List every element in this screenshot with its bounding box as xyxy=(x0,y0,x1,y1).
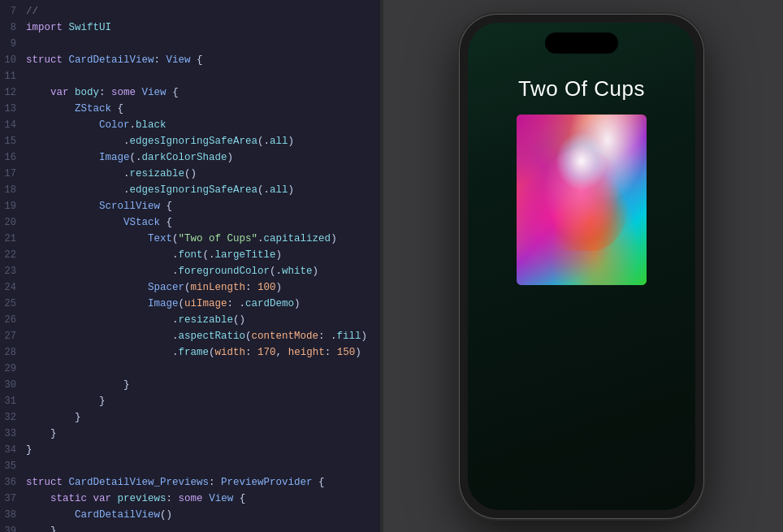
code-token: () xyxy=(184,168,197,179)
code-token: ( xyxy=(172,233,179,244)
line-content: .resizable() xyxy=(26,166,380,182)
code-token: import xyxy=(26,22,63,33)
code-line: 34} xyxy=(0,442,380,458)
line-content: .edgesIgnoringSafeArea(.all) xyxy=(26,182,380,198)
code-token: (. xyxy=(130,152,142,163)
code-token: capitalized xyxy=(264,233,331,244)
code-line: 39 } xyxy=(0,523,380,532)
code-line: 12 var body: some View { xyxy=(0,84,380,101)
code-token: ) xyxy=(361,331,368,342)
code-token: resizable xyxy=(179,314,234,326)
code-line: 17 .resizable() xyxy=(0,166,380,182)
code-line: 13 ZStack { xyxy=(0,101,380,117)
code-token: width xyxy=(215,347,246,358)
code-token: Color xyxy=(99,119,130,131)
code-token: VStack xyxy=(123,217,160,228)
code-token xyxy=(203,493,210,504)
line-content: } xyxy=(26,523,380,532)
code-token xyxy=(63,477,69,488)
code-token: : xyxy=(245,347,257,358)
code-token: : . xyxy=(318,331,337,342)
code-token: edgesIgnoringSafeArea xyxy=(130,136,258,147)
code-token: var xyxy=(93,493,112,504)
code-token: } xyxy=(26,526,57,532)
line-number: 33 xyxy=(0,426,26,442)
code-token: . xyxy=(26,331,179,342)
code-token xyxy=(63,22,69,33)
line-number: 22 xyxy=(0,247,26,263)
code-token: edgesIgnoringSafeArea xyxy=(130,184,258,196)
code-token: ) xyxy=(288,184,295,196)
code-token: ) xyxy=(331,233,337,244)
line-content: struct CardDetailView: View { xyxy=(26,52,380,68)
code-token: , xyxy=(276,347,288,358)
code-token: cardDemo xyxy=(245,298,294,309)
code-token: . xyxy=(26,266,179,277)
line-content: } xyxy=(26,377,380,393)
code-line: 25 Image(uiImage: .cardDemo) xyxy=(0,296,380,312)
line-number: 13 xyxy=(0,101,26,117)
code-token xyxy=(26,119,99,131)
line-number: 23 xyxy=(0,263,26,279)
card-title: Two Of Cups xyxy=(468,76,695,102)
line-content: Spacer(minLength: 100) xyxy=(26,279,380,296)
code-token xyxy=(26,103,75,115)
code-line: 9 xyxy=(0,36,380,52)
code-token: Spacer xyxy=(148,282,184,293)
code-line: 22 .font(.largeTitle) xyxy=(0,247,380,263)
code-token: ) xyxy=(313,266,319,277)
line-content: .foregroundColor(.white) xyxy=(26,263,380,279)
line-number: 12 xyxy=(0,84,26,101)
code-token xyxy=(87,493,93,504)
code-token xyxy=(26,298,148,309)
code-line: 15 .edgesIgnoringSafeArea(.all) xyxy=(0,133,380,149)
code-token: View xyxy=(209,493,233,504)
code-token: { xyxy=(160,217,172,228)
line-content: var body: some View { xyxy=(26,84,380,101)
code-token: () xyxy=(233,314,245,326)
line-number: 29 xyxy=(0,361,26,377)
code-token: { xyxy=(191,54,203,66)
code-token: Image xyxy=(99,152,130,163)
code-token: some xyxy=(111,87,136,98)
code-token: foregroundColor xyxy=(179,266,270,277)
code-token xyxy=(26,282,148,293)
code-token: frame xyxy=(179,347,210,358)
code-line: 21 Text("Two of Cups".capitalized) xyxy=(0,231,380,247)
code-token: ( xyxy=(184,282,191,293)
line-content: } xyxy=(26,409,380,426)
code-token: 170 xyxy=(257,347,276,358)
code-token: PreviewProvider xyxy=(221,477,313,488)
code-token: . xyxy=(26,249,179,261)
code-token: . xyxy=(130,119,136,131)
code-token xyxy=(26,87,50,98)
line-number: 20 xyxy=(0,214,26,231)
code-token xyxy=(63,54,69,66)
code-token: ScrollView xyxy=(99,201,160,212)
code-token: } xyxy=(26,444,32,456)
code-token: { xyxy=(160,201,172,212)
code-line: 7// xyxy=(0,3,380,19)
code-line: 8import SwiftUI xyxy=(0,19,380,36)
code-token: ) xyxy=(294,298,301,309)
code-token: resizable xyxy=(130,168,185,179)
line-number: 36 xyxy=(0,474,26,491)
line-content: .font(.largeTitle) xyxy=(26,247,380,263)
code-line: 14 Color.black xyxy=(0,117,380,133)
code-token: minLength xyxy=(191,282,246,293)
code-token: { xyxy=(167,87,179,98)
code-token: some xyxy=(179,493,203,504)
line-content: struct CardDetailView_Previews: PreviewP… xyxy=(26,474,380,491)
code-token: . xyxy=(26,136,130,147)
code-token: { xyxy=(233,493,245,504)
code-line: 36struct CardDetailView_Previews: Previe… xyxy=(0,474,380,491)
code-token xyxy=(111,493,118,504)
code-token: darkColorShade xyxy=(142,152,227,163)
code-token: 150 xyxy=(337,347,356,358)
line-number: 26 xyxy=(0,312,26,328)
code-token: } xyxy=(26,428,57,439)
card-image xyxy=(517,115,647,285)
code-lines: 7// 8import SwiftUI910struct CardDetailV… xyxy=(0,0,380,532)
code-token xyxy=(26,509,75,521)
card-art xyxy=(517,115,647,285)
